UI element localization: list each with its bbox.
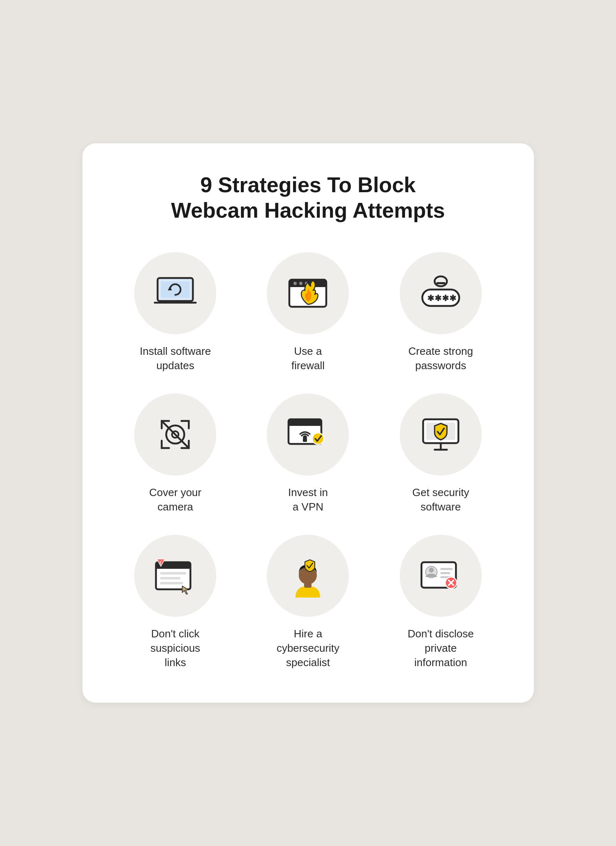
password-icon: ✱ ✱ ✱ ✱ <box>418 271 463 316</box>
security-software-icon <box>418 412 463 457</box>
item-install-software-updates: Install softwareupdates <box>115 252 236 373</box>
specialist-icon <box>285 553 330 598</box>
svg-text:✱: ✱ <box>427 294 434 303</box>
svg-text:!: ! <box>160 561 161 566</box>
laptop-refresh-icon <box>153 271 198 316</box>
svg-point-41 <box>429 568 434 572</box>
svg-rect-34 <box>160 572 186 575</box>
item-label-create-strong-passwords: Create strongpasswords <box>408 344 473 373</box>
icon-circle-camera-cover <box>134 393 216 476</box>
item-label-get-security-software: Get securitysoftware <box>412 485 469 514</box>
item-cover-camera: Cover yourcamera <box>115 393 236 514</box>
svg-rect-35 <box>160 577 181 579</box>
icon-circle-vpn <box>267 393 349 476</box>
firewall-icon <box>285 271 330 316</box>
item-label-use-firewall: Use afirewall <box>291 344 325 373</box>
svg-rect-42 <box>440 568 453 570</box>
item-label-hire-specialist: Hire acybersecurityspecialist <box>277 627 339 670</box>
item-label-dont-disclose-private-info: Don't discloseprivateinformation <box>408 627 474 670</box>
icon-circle-password: ✱ ✱ ✱ ✱ <box>400 252 482 334</box>
strategies-grid: Install softwareupdates <box>115 252 501 670</box>
svg-text:✱: ✱ <box>435 294 442 303</box>
svg-rect-36 <box>160 582 183 584</box>
svg-rect-24 <box>303 438 307 442</box>
svg-text:✱: ✱ <box>442 294 449 303</box>
svg-point-7 <box>293 282 297 285</box>
page-title: 9 Strategies To BlockWebcam Hacking Atte… <box>115 172 501 223</box>
icon-circle-security-software <box>400 393 482 476</box>
svg-point-25 <box>312 433 324 444</box>
private-info-icon <box>418 553 463 598</box>
svg-rect-38 <box>304 583 311 588</box>
icon-circle-private-info <box>400 535 482 617</box>
item-label-dont-click-suspicious-links: Don't clicksuspiciouslinks <box>150 627 200 670</box>
main-card: 9 Strategies To BlockWebcam Hacking Atte… <box>82 143 534 703</box>
svg-point-8 <box>299 282 302 285</box>
svg-text:✱: ✱ <box>449 294 456 303</box>
svg-rect-10 <box>435 276 447 286</box>
suspicious-links-icon: ! <box>153 553 198 598</box>
icon-circle-firewall <box>267 252 349 334</box>
item-label-cover-camera: Cover yourcamera <box>149 485 202 514</box>
item-dont-click-suspicious-links: ! Don't clicksuspiciouslinks <box>115 535 236 670</box>
item-get-security-software: Get securitysoftware <box>380 393 501 514</box>
icon-circle-specialist <box>267 535 349 617</box>
svg-rect-22 <box>289 423 321 426</box>
item-invest-vpn: Invest ina VPN <box>248 393 368 514</box>
item-hire-specialist: Hire acybersecurityspecialist <box>248 535 368 670</box>
icon-circle-laptop-refresh <box>134 252 216 334</box>
icon-circle-suspicious-links: ! <box>134 535 216 617</box>
svg-rect-11 <box>436 282 445 284</box>
item-create-strong-passwords: ✱ ✱ ✱ ✱ Create strongpasswords <box>380 252 501 373</box>
svg-rect-43 <box>440 572 450 574</box>
item-label-install-software-updates: Install softwareupdates <box>140 344 211 373</box>
item-dont-disclose-private-info: Don't discloseprivateinformation <box>380 535 501 670</box>
vpn-icon <box>285 412 330 457</box>
camera-cover-icon <box>153 412 198 457</box>
item-label-invest-vpn: Invest ina VPN <box>288 485 328 514</box>
item-use-firewall: Use afirewall <box>248 252 368 373</box>
